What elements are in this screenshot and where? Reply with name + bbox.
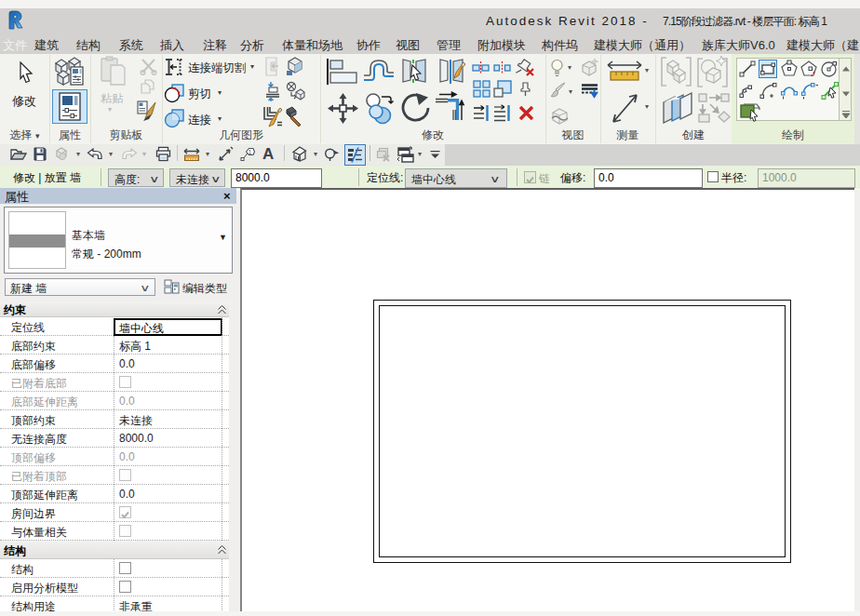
svg-text:1: 1: [249, 149, 252, 155]
